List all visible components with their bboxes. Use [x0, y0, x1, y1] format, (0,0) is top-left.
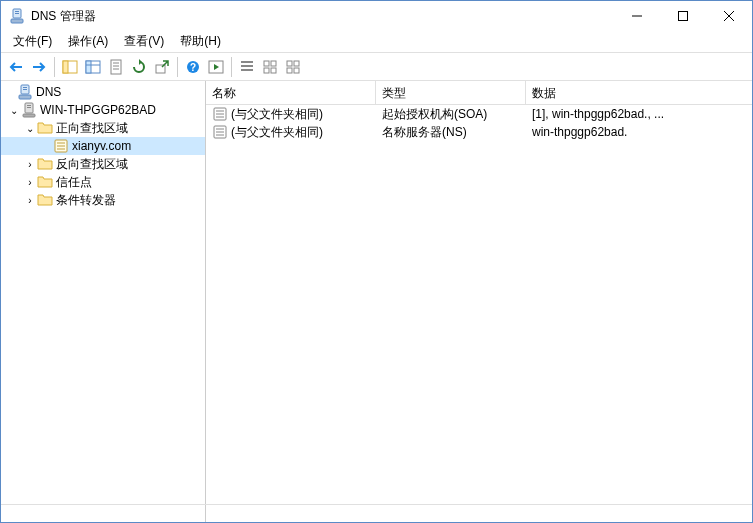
cell-data: win-thpggp62bad.	[526, 124, 752, 140]
list-icon	[239, 59, 255, 75]
cell-data: [1], win-thpggp62bad., ...	[526, 106, 752, 122]
grid-icon	[285, 59, 301, 75]
tree-reverse-lookup[interactable]: › 反向查找区域	[1, 155, 205, 173]
column-data[interactable]: 数据	[526, 81, 752, 104]
export-icon	[154, 59, 170, 75]
tree-label: 正向查找区域	[56, 120, 128, 137]
toolbar-separator	[177, 57, 178, 77]
twisty-collapsed-icon[interactable]: ›	[23, 157, 37, 171]
menu-action[interactable]: 操作(A)	[60, 31, 116, 52]
statusbar	[1, 504, 752, 522]
minimize-button[interactable]	[614, 1, 660, 31]
maximize-button[interactable]	[660, 1, 706, 31]
refresh-icon	[131, 59, 147, 75]
list-pane: 名称 类型 数据 (与父文件夹相同)起始授权机构(SOA)[1], win-th…	[206, 81, 752, 504]
arrow-left-icon	[8, 59, 24, 75]
tree-zone-selected[interactable]: ▶ xianyv.com	[1, 137, 205, 155]
tree-server[interactable]: ⌄ WIN-THPGGP62BAD	[1, 101, 205, 119]
show-pane-button[interactable]	[82, 56, 104, 78]
play-icon	[208, 59, 224, 75]
svg-rect-37	[679, 12, 688, 21]
twisty-collapsed-icon[interactable]: ›	[23, 193, 37, 207]
list-header: 名称 类型 数据	[206, 81, 752, 105]
arrow-right-icon	[31, 59, 47, 75]
tree-pane: ▶ DNS ⌄ WIN-THPGGP62BAD ⌄ 正向查找区域 ▶ xiany…	[1, 81, 206, 504]
dns-manager-window: DNS 管理器 文件(F) 操作(A) 查看(V) 帮助(H) ▶	[0, 0, 753, 523]
close-button[interactable]	[706, 1, 752, 31]
dns-app-icon	[9, 8, 25, 24]
server-icon	[21, 102, 37, 118]
cell-name: (与父文件夹相同)	[206, 123, 376, 142]
tree-label: WIN-THPGGP62BAD	[40, 103, 156, 117]
grid-icon	[262, 59, 278, 75]
toolbar-separator	[54, 57, 55, 77]
record-row[interactable]: (与父文件夹相同)起始授权机构(SOA)[1], win-thpggp62bad…	[206, 105, 752, 123]
tree-label: 条件转发器	[56, 192, 116, 209]
close-icon	[724, 11, 734, 21]
twisty-expanded-icon[interactable]: ⌄	[7, 103, 21, 117]
menubar: 文件(F) 操作(A) 查看(V) 帮助(H)	[1, 31, 752, 53]
dns-app-icon	[17, 84, 33, 100]
help-icon	[185, 59, 201, 75]
twisty-expanded-icon[interactable]: ⌄	[23, 121, 37, 135]
help-button[interactable]	[182, 56, 204, 78]
tree-conditional-forwarders[interactable]: › 条件转发器	[1, 191, 205, 209]
column-type[interactable]: 类型	[376, 81, 526, 104]
tree-pane-icon	[62, 59, 78, 75]
tree-label: DNS	[36, 85, 61, 99]
folder-icon	[37, 192, 53, 208]
menu-view[interactable]: 查看(V)	[116, 31, 172, 52]
icon-view-button[interactable]	[282, 56, 304, 78]
menu-file[interactable]: 文件(F)	[5, 31, 60, 52]
folder-icon	[37, 120, 53, 136]
column-name[interactable]: 名称	[206, 81, 376, 104]
refresh-button[interactable]	[128, 56, 150, 78]
detail-view-button[interactable]	[259, 56, 281, 78]
cell-type: 名称服务器(NS)	[376, 123, 526, 142]
record-icon	[212, 124, 228, 140]
list-view-button[interactable]	[236, 56, 258, 78]
back-button[interactable]	[5, 56, 27, 78]
tree-trust-points[interactable]: › 信任点	[1, 173, 205, 191]
cell-type: 起始授权机构(SOA)	[376, 105, 526, 124]
tree-label: 反向查找区域	[56, 156, 128, 173]
tree-root-dns[interactable]: ▶ DNS	[1, 83, 205, 101]
zone-icon	[53, 138, 69, 154]
record-icon	[212, 106, 228, 122]
list-body: (与父文件夹相同)起始授权机构(SOA)[1], win-thpggp62bad…	[206, 105, 752, 504]
statusbar-left	[1, 505, 206, 522]
toolbar	[1, 53, 752, 81]
properties-button[interactable]	[105, 56, 127, 78]
cell-name: (与父文件夹相同)	[206, 105, 376, 124]
forward-button[interactable]	[28, 56, 50, 78]
main-body: ▶ DNS ⌄ WIN-THPGGP62BAD ⌄ 正向查找区域 ▶ xiany…	[1, 81, 752, 504]
tree-forward-lookup[interactable]: ⌄ 正向查找区域	[1, 119, 205, 137]
document-icon	[108, 59, 124, 75]
toolbar-separator	[231, 57, 232, 77]
record-row[interactable]: (与父文件夹相同)名称服务器(NS)win-thpggp62bad.	[206, 123, 752, 141]
export-button[interactable]	[151, 56, 173, 78]
show-tree-button[interactable]	[59, 56, 81, 78]
minimize-icon	[632, 11, 642, 21]
detail-pane-icon	[85, 59, 101, 75]
titlebar: DNS 管理器	[1, 1, 752, 31]
menu-help[interactable]: 帮助(H)	[172, 31, 229, 52]
window-title: DNS 管理器	[31, 8, 614, 25]
run-button[interactable]	[205, 56, 227, 78]
maximize-icon	[678, 11, 688, 21]
tree-label: 信任点	[56, 174, 92, 191]
tree-label: xianyv.com	[72, 139, 131, 153]
twisty-collapsed-icon[interactable]: ›	[23, 175, 37, 189]
folder-icon	[37, 156, 53, 172]
folder-icon	[37, 174, 53, 190]
